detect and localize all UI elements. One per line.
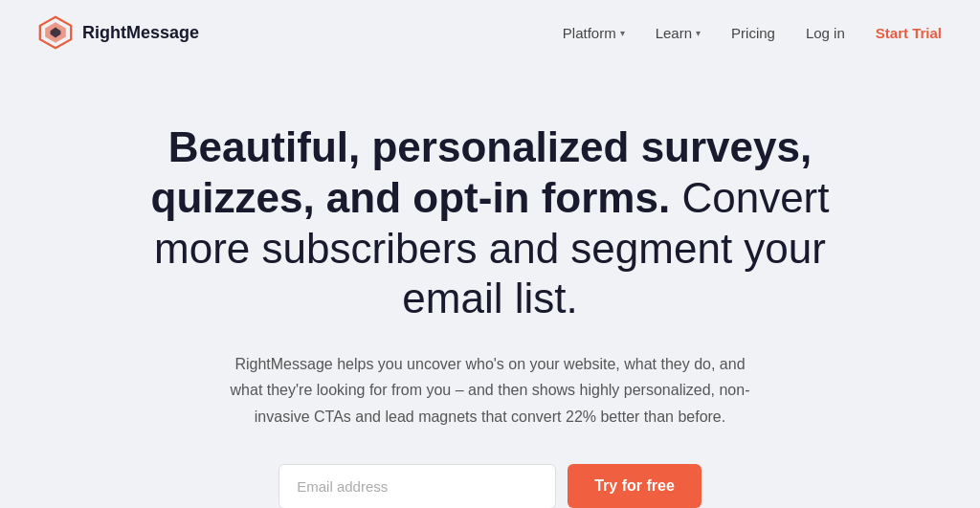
- hero-title: Beautiful, personalized surveys, quizzes…: [117, 122, 863, 324]
- email-input[interactable]: [278, 464, 556, 508]
- nav-links: Platform ▾ Learn ▾ Pricing Log in Start …: [563, 25, 942, 41]
- learn-chevron-icon: ▾: [696, 28, 701, 38]
- hero-section: Beautiful, personalized surveys, quizzes…: [0, 65, 980, 508]
- nav-learn[interactable]: Learn ▾: [656, 25, 701, 41]
- brand-name: RightMessage: [82, 23, 199, 43]
- hero-subtitle: RightMessage helps you uncover who's on …: [222, 351, 758, 430]
- nav-platform[interactable]: Platform ▾: [563, 25, 625, 41]
- navbar: RightMessage Platform ▾ Learn ▾ Pricing …: [0, 0, 980, 65]
- platform-chevron-icon: ▾: [620, 28, 625, 38]
- nav-start-trial[interactable]: Start Trial: [876, 25, 942, 41]
- logo[interactable]: RightMessage: [38, 15, 199, 50]
- logo-icon: [38, 15, 73, 50]
- try-for-free-button[interactable]: Try for free: [568, 464, 702, 508]
- nav-pricing[interactable]: Pricing: [731, 25, 775, 41]
- nav-login[interactable]: Log in: [806, 25, 845, 41]
- cta-area: Try for free: [278, 464, 702, 508]
